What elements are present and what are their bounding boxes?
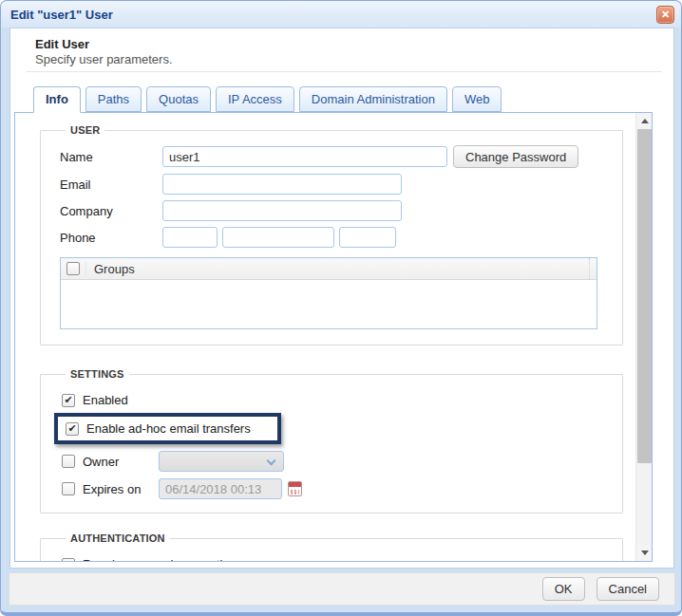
chevron-down-icon (267, 457, 276, 466)
email-label: Email (60, 177, 162, 192)
groups-select-all-cell: ✔ (61, 262, 86, 275)
phone-input-1[interactable] (162, 227, 218, 248)
groups-column-header: Groups (86, 262, 589, 276)
scrollbar-thumb[interactable] (637, 129, 652, 463)
enabled-row: ✔ Enabled (62, 393, 613, 407)
tab-ip-access[interactable]: IP Access (216, 86, 294, 112)
scroll-up-button[interactable] (636, 113, 653, 129)
change-password-button[interactable]: Change Password (453, 145, 578, 168)
phone-inputs (162, 227, 396, 248)
annotation-highlight-box: ✔ Enable ad-hoc email transfers (54, 413, 281, 444)
enabled-checkbox[interactable]: ✔ (62, 394, 75, 407)
adhoc-email-transfers-checkbox[interactable]: ✔ (66, 422, 79, 436)
dialog-title: Edit "user1" User (10, 8, 113, 22)
enabled-label: Enabled (83, 393, 128, 407)
tab-info[interactable]: Info (33, 86, 81, 113)
dialog-titlebar[interactable]: Edit "user1" User ✕ (1, 1, 681, 28)
email-input[interactable] (162, 174, 402, 195)
require-secured-label: Require secured connection (83, 557, 237, 562)
owner-row: ✔ Owner (62, 451, 613, 472)
tab-web[interactable]: Web (452, 86, 502, 112)
groups-table[interactable]: ✔ Groups (60, 257, 597, 329)
user-section-legend: USER (66, 124, 104, 136)
email-row: Email (60, 174, 613, 195)
header-divider (26, 71, 662, 72)
expires-checkbox[interactable]: ✔ (62, 482, 75, 495)
checkmark-icon: ✔ (64, 395, 72, 405)
dialog-footer: OK Cancel (9, 572, 675, 606)
name-input[interactable] (162, 146, 447, 167)
settings-section-legend: SETTINGS (66, 368, 129, 380)
expires-label: Expires on (83, 482, 159, 496)
tab-paths[interactable]: Paths (85, 86, 142, 112)
phone-input-2[interactable] (222, 227, 334, 248)
arrow-down-icon (641, 551, 649, 555)
groups-table-body (61, 280, 597, 329)
expires-row: ✔ Expires on (62, 478, 613, 499)
authentication-section: AUTHENTICATION ✔ Require secured connect… (40, 532, 623, 562)
groups-select-all-checkbox[interactable]: ✔ (66, 262, 80, 275)
calendar-icon (288, 481, 302, 496)
tab-quotas[interactable]: Quotas (146, 86, 211, 112)
close-icon[interactable]: ✕ (656, 6, 674, 24)
owner-checkbox[interactable]: ✔ (62, 455, 75, 468)
name-row: Name Change Password (60, 145, 613, 168)
expires-date-input (159, 478, 282, 499)
page-title: Edit User (35, 37, 89, 51)
owner-label: Owner (83, 455, 159, 469)
vertical-scrollbar[interactable] (635, 113, 652, 561)
require-secured-row: ✔ Require secured connection (62, 557, 613, 562)
close-glyph: ✕ (661, 9, 670, 21)
owner-select (159, 451, 284, 472)
arrow-up-icon (641, 119, 649, 123)
phone-input-3[interactable] (339, 227, 396, 248)
adhoc-email-transfers-label: Enable ad-hoc email transfers (86, 421, 251, 436)
authentication-section-legend: AUTHENTICATION (66, 532, 170, 544)
tab-domain-administration[interactable]: Domain Administration (299, 86, 447, 112)
page-subtitle: Specify user parameters. (35, 52, 173, 66)
company-input[interactable] (162, 200, 402, 221)
name-label: Name (60, 150, 162, 164)
phone-label: Phone (60, 231, 162, 245)
require-secured-checkbox[interactable]: ✔ (62, 558, 75, 563)
tab-content-info: USER Name Change Password Email Company … (14, 112, 653, 562)
phone-row: Phone (60, 227, 613, 248)
user-section: USER Name Change Password Email Company … (40, 124, 623, 345)
scroll-down-button[interactable] (636, 545, 653, 561)
company-row: Company (60, 200, 613, 221)
tab-strip: Info Paths Quotas IP Access Domain Admin… (33, 86, 502, 113)
checkmark-icon: ✔ (67, 423, 76, 434)
groups-header-stub (589, 258, 597, 279)
company-label: Company (60, 204, 162, 218)
cancel-button[interactable]: Cancel (597, 577, 659, 601)
groups-table-header: ✔ Groups (61, 258, 597, 280)
edit-user-dialog: Edit "user1" User ✕ Edit User Specify us… (0, 0, 682, 616)
dialog-body-panel: Edit User Specify user parameters. Info … (9, 28, 674, 569)
settings-section: SETTINGS ✔ Enabled ✔ Enable ad-hoc email… (40, 368, 623, 513)
ok-button[interactable]: OK (542, 577, 585, 601)
